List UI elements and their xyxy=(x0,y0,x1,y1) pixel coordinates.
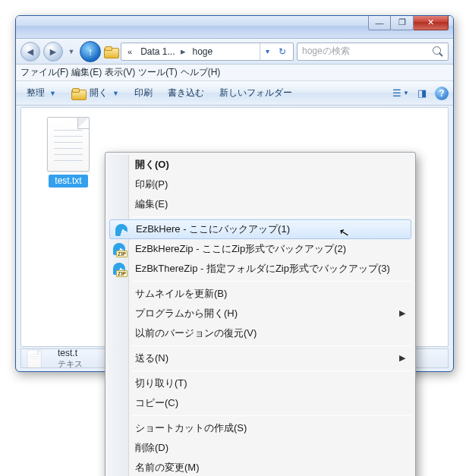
menu-tools[interactable]: ツール(T) xyxy=(138,66,177,79)
status-filename: test.t xyxy=(58,348,83,358)
organize-label: 整理 xyxy=(27,87,45,99)
separator xyxy=(132,370,411,371)
toolbar: 整理▼ 開く▼ 印刷 書き込む 新しいフォルダー ☰▼ ◨ ? xyxy=(16,81,453,106)
views-button[interactable]: ☰▼ xyxy=(392,85,409,102)
menu-view[interactable]: 表示(V) xyxy=(105,66,135,79)
ctx-ezbkherezip[interactable]: ZIP EzBkHereZip - ここにZip形式でバックアップ(2) xyxy=(108,239,413,259)
ctx-open-with-label: プログラムから開く(H) xyxy=(135,307,238,319)
ctx-open[interactable]: 開く(O) xyxy=(108,155,413,175)
separator xyxy=(132,281,411,282)
titlebar: — ❐ ✕ xyxy=(16,16,453,39)
ezbk-zip-icon: ZIP xyxy=(112,242,126,256)
organize-button[interactable]: 整理▼ xyxy=(20,84,62,102)
separator xyxy=(132,345,411,346)
breadcrumb-item[interactable]: hoge xyxy=(189,46,216,57)
ctx-send-to[interactable]: 送る(N) ▶ xyxy=(108,348,413,368)
back-button[interactable]: ◄ xyxy=(20,42,40,61)
close-button[interactable]: ✕ xyxy=(414,15,449,30)
ctx-cut[interactable]: 切り取り(T) xyxy=(108,374,413,393)
text-file-icon xyxy=(47,117,90,172)
breadcrumb[interactable]: « Data 1... ▸ hoge ▾ ↻ xyxy=(121,43,294,61)
submenu-arrow-icon: ▶ xyxy=(399,308,405,318)
ctx-rename[interactable]: 名前の変更(M) xyxy=(108,458,413,476)
nav-row: ◄ ► ▼ « Data 1... ▸ hoge ▾ ↻ hogeの検索 xyxy=(16,39,453,65)
menu-file[interactable]: ファイル(F) xyxy=(20,66,68,79)
separator xyxy=(132,415,411,416)
menu-bar: ファイル(F) 編集(E) 表示(V) ツール(T) ヘルプ(H) xyxy=(16,65,453,81)
ctx-ezbktherezip-label: EzBkThereZip - 指定フォルダにZip形式でバックアップ(3) xyxy=(135,263,390,274)
ctx-edit[interactable]: 編集(E) xyxy=(108,194,413,214)
ctx-send-to-label: 送る(N) xyxy=(135,352,168,364)
menu-help[interactable]: ヘルプ(H) xyxy=(181,66,221,79)
open-button[interactable]: 開く▼ xyxy=(65,84,125,102)
menu-edit[interactable]: 編集(E) xyxy=(71,66,102,79)
ctx-ezbkhere[interactable]: EzBkHere - ここにバックアップ(1) xyxy=(109,219,411,239)
search-placeholder: hogeの検索 xyxy=(302,45,350,58)
ctx-ezbkhere-label: EzBkHere - ここにバックアップ(1) xyxy=(136,223,290,235)
breadcrumb-item[interactable]: Data 1... xyxy=(137,46,178,57)
chevron-right-icon[interactable]: ▸ xyxy=(178,46,189,57)
ctx-print[interactable]: 印刷(P) xyxy=(108,175,413,194)
history-dropdown[interactable]: ▼ xyxy=(66,42,77,61)
open-label: 開く xyxy=(90,87,108,99)
separator xyxy=(132,216,411,217)
ctx-delete[interactable]: 削除(D) xyxy=(108,438,413,458)
breadcrumb-overflow[interactable]: « xyxy=(124,47,135,56)
folder-open-icon xyxy=(71,88,85,99)
ctx-copy[interactable]: コピー(C) xyxy=(108,393,413,413)
up-button[interactable] xyxy=(80,41,101,62)
preview-pane-button[interactable]: ◨ xyxy=(414,85,430,102)
ctx-previous-versions[interactable]: 以前のバージョンの復元(V) xyxy=(108,323,413,343)
forward-button[interactable]: ► xyxy=(43,42,63,61)
print-button[interactable]: 印刷 xyxy=(128,84,159,102)
file-item[interactable]: test.txt xyxy=(38,117,99,188)
folder-icon xyxy=(104,46,118,57)
ezbk-zip-icon: ZIP xyxy=(112,262,126,276)
breadcrumb-dropdown[interactable]: ▾ xyxy=(260,43,275,60)
refresh-button[interactable]: ↻ xyxy=(275,46,290,57)
status-filetype: テキス xyxy=(58,358,83,370)
status-thumb-icon xyxy=(27,350,50,367)
submenu-arrow-icon: ▶ xyxy=(399,353,405,363)
ctx-ezbkherezip-label: EzBkHereZip - ここにZip形式でバックアップ(2) xyxy=(135,243,346,254)
burn-button[interactable]: 書き込む xyxy=(162,84,210,102)
search-input[interactable]: hogeの検索 xyxy=(297,43,449,61)
maximize-button[interactable]: ❐ xyxy=(391,15,414,30)
ctx-ezbktherezip[interactable]: ZIP EzBkThereZip - 指定フォルダにZip形式でバックアップ(3… xyxy=(108,259,413,279)
context-menu: 開く(O) 印刷(P) 編集(E) EzBkHere - ここにバックアップ(1… xyxy=(105,152,416,476)
search-icon xyxy=(433,46,443,57)
ctx-open-with[interactable]: プログラムから開く(H) ▶ xyxy=(108,304,413,323)
file-name: test.txt xyxy=(49,175,87,188)
minimize-button[interactable]: — xyxy=(368,15,391,30)
ezbk-icon xyxy=(115,223,128,237)
help-icon[interactable]: ? xyxy=(435,87,449,100)
new-folder-button[interactable]: 新しいフォルダー xyxy=(213,84,298,102)
ctx-refresh-thumb[interactable]: サムネイルを更新(B) xyxy=(108,284,413,304)
ctx-shortcut[interactable]: ショートカットの作成(S) xyxy=(108,418,413,438)
